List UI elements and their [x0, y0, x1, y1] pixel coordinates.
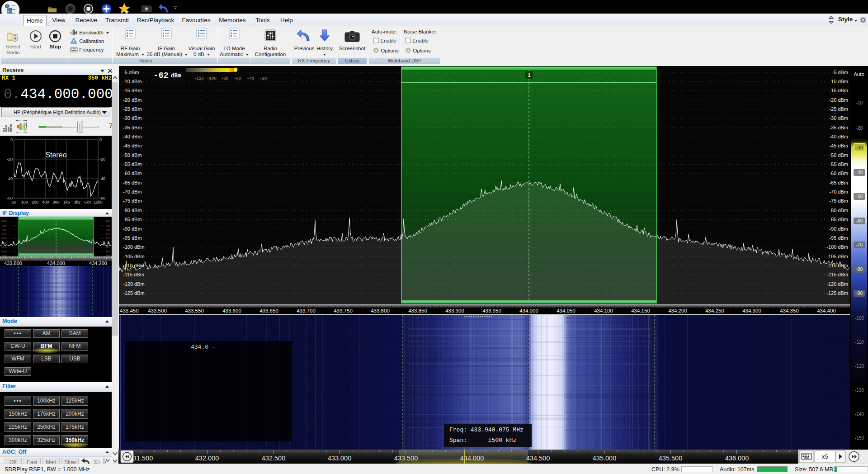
svg-text:-62: -62 — [153, 71, 169, 81]
svg-text:-50.0: -50.0 — [105, 233, 110, 236]
svg-text:800: 800 — [52, 200, 59, 204]
svg-text:-50 dBm: -50 dBm — [123, 152, 142, 158]
svg-text:-55 dBm: -55 dBm — [829, 161, 848, 167]
svg-text:-120 dBm: -120 dBm — [123, 281, 145, 287]
svg-text:-30 dBm: -30 dBm — [123, 115, 142, 121]
svg-text:50: 50 — [12, 200, 16, 204]
svg-text:-95 dBm: -95 dBm — [123, 235, 142, 241]
svg-text:-30 dBm: -30 dBm — [829, 115, 848, 121]
svg-text:12k8: 12k8 — [94, 200, 103, 204]
svg-text:433.950: 433.950 — [482, 308, 501, 313]
svg-text:432.500: 432.500 — [262, 455, 285, 462]
svg-text:-50 dBm: -50 dBm — [829, 152, 848, 158]
svg-text:1k6: 1k6 — [63, 200, 70, 204]
svg-text:-90.0: -90.0 — [1, 251, 6, 253]
svg-text:-75 dBm: -75 dBm — [829, 198, 848, 204]
svg-text:-90.0: -90.0 — [105, 251, 110, 253]
svg-text:434.000: 434.000 — [47, 261, 65, 266]
svg-text:434.400: 434.400 — [817, 308, 836, 313]
svg-text:-80 dBm: -80 dBm — [829, 208, 848, 213]
svg-text:433.450: 433.450 — [120, 308, 139, 313]
svg-text:-80: -80 — [221, 76, 228, 81]
svg-text:dBm: dBm — [171, 73, 181, 79]
svg-text:-45 dBm: -45 dBm — [829, 143, 848, 148]
svg-text:-20: -20 — [99, 157, 105, 161]
svg-text:434.300: 434.300 — [742, 308, 761, 313]
svg-text:-120 dBm: -120 dBm — [826, 281, 848, 287]
svg-text:-40: -40 — [99, 176, 105, 181]
svg-text:434.050: 434.050 — [557, 308, 576, 313]
svg-text:434.500: 434.500 — [526, 455, 550, 462]
svg-text:-40.0: -40.0 — [1, 229, 6, 231]
svg-text:-5 dBm: -5 dBm — [123, 70, 139, 75]
svg-text:434.200: 434.200 — [89, 261, 107, 266]
svg-text:400: 400 — [42, 200, 49, 204]
svg-text:-90 dBm: -90 dBm — [123, 226, 142, 232]
svg-text:434.000: 434.000 — [460, 455, 484, 462]
svg-text:6k4: 6k4 — [85, 200, 91, 204]
svg-text:-125 dBm: -125 dBm — [123, 290, 145, 296]
svg-text:-40: -40 — [247, 76, 254, 81]
svg-text:435.500: 435.500 — [659, 455, 682, 462]
svg-text:-25 dBm: -25 dBm — [123, 106, 142, 112]
svg-text:Stereo: Stereo — [45, 151, 66, 159]
svg-text:-100 dBm: -100 dBm — [123, 244, 145, 250]
svg-text:434.0 –: 434.0 – — [191, 344, 216, 351]
svg-text:0: 0 — [10, 137, 13, 142]
svg-text:-90 dBm: -90 dBm — [829, 226, 848, 232]
svg-text:433.500: 433.500 — [394, 455, 418, 462]
svg-text:-105 dBm: -105 dBm — [826, 254, 848, 259]
svg-text:-70 dBm: -70 dBm — [829, 189, 848, 194]
svg-text:-60 dBm: -60 dBm — [829, 171, 848, 176]
svg-text:-40 dBm: -40 dBm — [123, 134, 142, 139]
svg-text:-40.0: -40.0 — [105, 229, 110, 231]
svg-text:-60.0: -60.0 — [105, 237, 110, 240]
svg-text:-85 dBm: -85 dBm — [829, 217, 848, 222]
svg-text:100: 100 — [21, 200, 28, 204]
svg-text:-25 dBm: -25 dBm — [829, 106, 848, 112]
svg-text:-15 dBm: -15 dBm — [123, 88, 142, 93]
svg-text:433.500: 433.500 — [148, 308, 167, 313]
svg-text:-60 dBm: -60 dBm — [123, 171, 142, 176]
svg-text:-20: -20 — [7, 157, 13, 161]
svg-text:-95 dBm: -95 dBm — [829, 235, 848, 241]
svg-text:1: 1 — [528, 72, 531, 78]
svg-text:Span: ±500 kHz: Span: ±500 kHz — [449, 437, 516, 444]
svg-text:-20.0: -20.0 — [105, 220, 110, 223]
svg-text:-60: -60 — [234, 76, 241, 81]
svg-text:434.150: 434.150 — [631, 308, 650, 313]
svg-text:-80 dBm: -80 dBm — [123, 208, 142, 213]
svg-text:-110 dBm: -110 dBm — [123, 263, 144, 268]
svg-text:-5 dBm: -5 dBm — [832, 70, 848, 75]
svg-text:-35 dBm: -35 dBm — [829, 125, 848, 130]
svg-text:433.000: 433.000 — [328, 455, 351, 462]
svg-text:433.850: 433.850 — [408, 308, 427, 313]
svg-text:-65 dBm: -65 dBm — [123, 180, 142, 185]
svg-text:-110 dBm: -110 dBm — [827, 263, 848, 268]
svg-text:-20.0: -20.0 — [1, 220, 6, 223]
svg-text:-45 dBm: -45 dBm — [123, 143, 142, 148]
svg-text:435.000: 435.000 — [593, 455, 616, 462]
svg-text:-85 dBm: -85 dBm — [123, 217, 142, 222]
svg-text:433.800: 433.800 — [4, 261, 22, 266]
svg-text:-20: -20 — [259, 76, 267, 81]
svg-text:434.350: 434.350 — [780, 308, 799, 313]
svg-text:433.600: 433.600 — [222, 308, 241, 313]
svg-text:3k2: 3k2 — [74, 200, 80, 204]
svg-text:-10 dBm: -10 dBm — [123, 79, 142, 84]
svg-text:-80.0: -80.0 — [1, 246, 6, 249]
svg-text:-30.0: -30.0 — [105, 225, 110, 227]
svg-text:434.250: 434.250 — [705, 308, 724, 313]
svg-text:x5: x5 — [822, 453, 828, 460]
svg-text:-20 dBm: -20 dBm — [829, 97, 848, 103]
svg-text:-105 dBm: -105 dBm — [123, 254, 145, 259]
svg-text:-30.0: -30.0 — [1, 225, 6, 227]
svg-text:-100 dBm: -100 dBm — [826, 244, 848, 250]
svg-text:200: 200 — [32, 200, 38, 204]
svg-text:434.200: 434.200 — [668, 308, 687, 313]
svg-text:434.100: 434.100 — [594, 308, 613, 313]
svg-text:-70 dBm: -70 dBm — [123, 189, 142, 194]
svg-text:Freq: 433.940.075 MHz: Freq: 433.940.075 MHz — [449, 427, 524, 433]
svg-text:432.000: 432.000 — [195, 455, 219, 462]
svg-text:-125 dBm: -125 dBm — [826, 290, 848, 296]
